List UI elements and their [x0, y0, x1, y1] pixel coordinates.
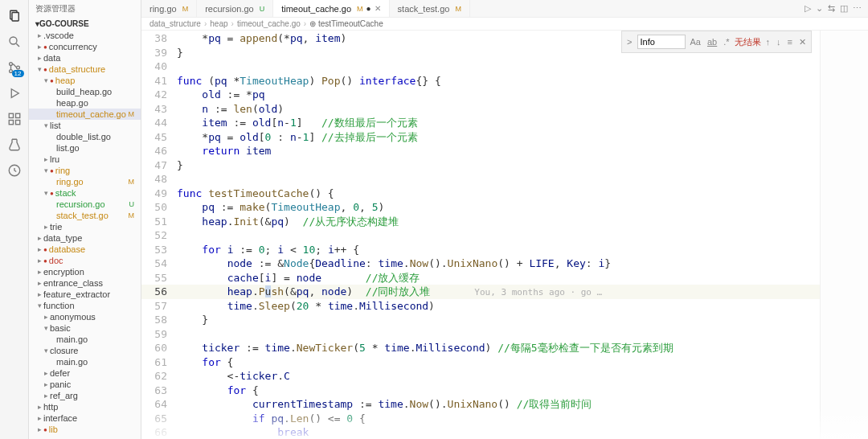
code-line[interactable]: 40: [141, 59, 820, 74]
file-tree-item[interactable]: ▾●heap: [29, 75, 141, 86]
file-tree-item[interactable]: ▸ref_arg: [29, 390, 141, 401]
code-line[interactable]: 41func (pq *TimeoutHeap) Pop() interface…: [141, 74, 820, 88]
file-tree-item[interactable]: ▸data_type: [29, 232, 141, 244]
file-tree-item[interactable]: ▸●lib: [29, 424, 141, 435]
svg-rect-10: [15, 121, 19, 125]
find-selection-icon[interactable]: ≡: [786, 37, 794, 47]
code-line[interactable]: 42 old := *pq: [141, 88, 820, 102]
file-tree-item[interactable]: ▸●concurrency: [29, 41, 141, 52]
find-close-icon[interactable]: ✕: [797, 37, 808, 47]
code-line[interactable]: 58 }: [141, 313, 820, 327]
minimap[interactable]: [820, 31, 868, 439]
code-line[interactable]: 43 n := len(old): [141, 102, 820, 117]
code-line[interactable]: 64 currentTimestamp := time.Now().UnixNa…: [141, 397, 820, 412]
code-editor[interactable]: 38 *pq = append(*pq, item)39}4041func (p…: [141, 31, 820, 439]
breadcrumb-part[interactable]: heap: [210, 19, 227, 28]
file-tree-item[interactable]: main.go: [29, 356, 141, 367]
file-tree-item[interactable]: ▸●doc: [29, 255, 141, 266]
editor-tab[interactable]: recursion.goU: [197, 0, 273, 17]
file-tree-item[interactable]: recursion.goU: [29, 199, 141, 210]
regex-icon[interactable]: .*: [722, 37, 731, 47]
file-tree-item[interactable]: main.go: [29, 334, 141, 345]
file-tree-item[interactable]: ▸.vscode: [29, 30, 141, 41]
code-line[interactable]: 53 for i := 0; i < 10; i++ {: [141, 243, 820, 257]
code-line[interactable]: 48: [141, 172, 820, 187]
find-prev-icon[interactable]: ↑: [764, 37, 772, 47]
file-tree-item[interactable]: ▾basic: [29, 322, 141, 334]
code-line[interactable]: 50 pq := make(TimeoutHeap, 0, 5): [141, 200, 820, 215]
breadcrumb[interactable]: data_structure › heap › timeout_cache.go…: [141, 18, 868, 31]
file-tree-item[interactable]: build_heap.go: [29, 86, 141, 97]
code-line[interactable]: 59: [141, 327, 820, 342]
explorer-icon[interactable]: [3, 5, 26, 27]
file-tree-item[interactable]: ▸●database: [29, 244, 141, 255]
file-tree-item[interactable]: ▸defer: [29, 367, 141, 379]
match-word-icon[interactable]: ab: [706, 37, 719, 47]
editor-tab[interactable]: ring.goM: [141, 0, 197, 17]
file-tree-item[interactable]: ▸feature_extractor: [29, 289, 141, 300]
file-tree-item[interactable]: ring.goM: [29, 176, 141, 187]
code-line[interactable]: 46 return item: [141, 144, 820, 158]
find-input[interactable]: [637, 35, 686, 49]
find-next-icon[interactable]: ↓: [775, 37, 783, 47]
match-case-icon[interactable]: Aa: [689, 37, 702, 47]
file-tree-item[interactable]: timeout_cache.goM: [29, 109, 141, 120]
breadcrumb-part[interactable]: data_structure: [149, 19, 201, 28]
breadcrumb-symbol[interactable]: ⊕ testTimeoutCache: [309, 19, 383, 28]
code-line[interactable]: 51 heap.Init(&pq) //从无序状态构建堆: [141, 215, 820, 229]
code-line[interactable]: 45 *pq = old[0 : n-1] //去掉最后一个元素: [141, 130, 820, 145]
search-icon[interactable]: [3, 31, 26, 53]
file-tree-item[interactable]: ▾●data_structure: [29, 64, 141, 75]
editor-tab[interactable]: stack_test.goM: [390, 0, 470, 17]
file-tree-item[interactable]: ▾list: [29, 120, 141, 131]
find-toggle-replace-icon[interactable]: >: [625, 37, 633, 47]
file-tree-item[interactable]: list.go: [29, 142, 141, 154]
breadcrumb-part[interactable]: timeout_cache.go: [237, 19, 301, 28]
file-tree-item[interactable]: ▸lru: [29, 154, 141, 165]
file-tree-item[interactable]: ▸entrance_class: [29, 277, 141, 289]
extensions-icon[interactable]: [3, 108, 26, 130]
code-line[interactable]: 63 for {: [141, 384, 820, 398]
accounts-icon[interactable]: [3, 159, 26, 182]
code-line[interactable]: 57 time.Sleep(20 * time.Millisecond): [141, 299, 820, 314]
close-icon[interactable]: ✕: [375, 4, 381, 13]
editor-tab[interactable]: timeout_cache.goM●✕: [273, 0, 389, 17]
code-line[interactable]: 65 if pq.Len() <= 0 {: [141, 412, 820, 426]
test-icon[interactable]: [3, 133, 26, 156]
compare-icon[interactable]: ⇆: [828, 3, 835, 14]
terminal-icon[interactable]: ⌄: [816, 3, 823, 14]
code-line[interactable]: 55 cache[i] = node //放入缓存: [141, 271, 820, 285]
code-line[interactable]: 44 item := old[n-1] //数组最后一个元素: [141, 116, 820, 130]
code-line[interactable]: 61 for {: [141, 355, 820, 370]
code-line[interactable]: 56 heap.Push(&pq, node) //同时放入堆 You, 3 m…: [141, 285, 820, 299]
code-line[interactable]: 62 <-ticker.C: [141, 369, 820, 384]
file-tree-item[interactable]: ▸panic: [29, 379, 141, 390]
file-tree-item[interactable]: ▾●stack: [29, 187, 141, 199]
file-tree-item[interactable]: ▾function: [29, 300, 141, 311]
split-icon[interactable]: ◫: [840, 3, 848, 14]
file-tree-item[interactable]: ▸interface: [29, 412, 141, 424]
file-tree-item[interactable]: ▾●ring: [29, 165, 141, 176]
file-tree-item[interactable]: ▸trie: [29, 221, 141, 232]
file-tree-item[interactable]: ▾closure: [29, 345, 141, 356]
code-line[interactable]: 54 node := &Node{Deadline: time.Now().Un…: [141, 256, 820, 271]
file-tree-item[interactable]: stack_test.goM: [29, 210, 141, 221]
code-line[interactable]: 52: [141, 228, 820, 243]
sidebar-section[interactable]: ▾ GO-COURSE: [29, 18, 141, 30]
file-tree-item[interactable]: ▸●oop: [29, 435, 141, 439]
more-icon[interactable]: ⋯: [853, 3, 862, 14]
file-tree-item[interactable]: ▸encryption: [29, 266, 141, 277]
file-tree-item[interactable]: double_list.go: [29, 131, 141, 142]
file-tree-item[interactable]: ▸data: [29, 52, 141, 64]
code-line[interactable]: 47}: [141, 158, 820, 173]
file-tree-item[interactable]: ▸anonymous: [29, 311, 141, 322]
code-line[interactable]: 66 break: [141, 425, 820, 439]
code-line[interactable]: 60 ticker := time.NewTicker(5 * time.Mil…: [141, 341, 820, 355]
run-icon[interactable]: ▷: [805, 3, 811, 14]
file-tree-item[interactable]: ▸http: [29, 401, 141, 412]
scm-icon[interactable]: 12: [3, 56, 26, 79]
chevron-icon: ▾: [42, 121, 50, 129]
file-tree-item[interactable]: heap.go: [29, 97, 141, 109]
debug-icon[interactable]: [3, 82, 26, 105]
code-line[interactable]: 49func testTimeoutCache() {: [141, 187, 820, 201]
